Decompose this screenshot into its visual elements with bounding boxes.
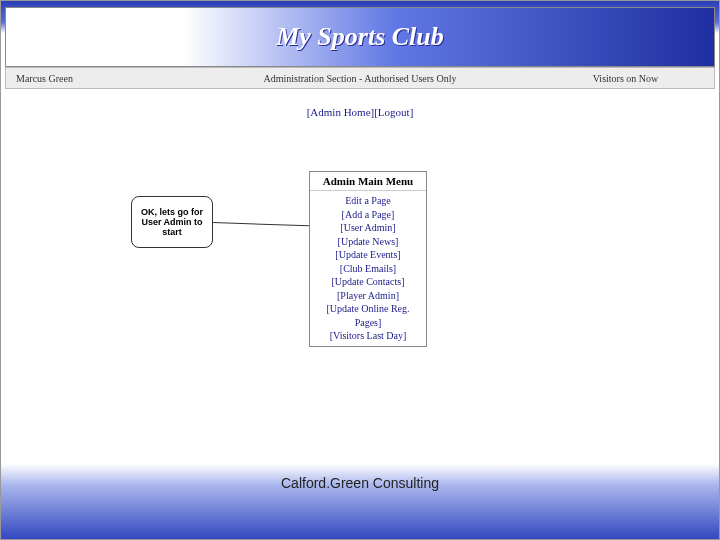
footer-company: Calford.Green Consulting: [1, 475, 719, 491]
sub-banner: Marcus Green Administration Section - Au…: [5, 67, 715, 89]
annotation-callout: OK, lets go for User Admin to start: [131, 196, 213, 248]
menu-item-update-news[interactable]: [Update News]: [312, 235, 424, 249]
callout-pointer: [213, 222, 309, 226]
menu-item-update-contacts[interactable]: [Update Contacts]: [312, 275, 424, 289]
current-user: Marcus Green: [6, 73, 183, 84]
menu-item-player-admin[interactable]: [Player Admin]: [312, 289, 424, 303]
menu-item-club-emails[interactable]: [Club Emails]: [312, 262, 424, 276]
menu-item-update-events[interactable]: [Update Events]: [312, 248, 424, 262]
site-title: My Sports Club: [276, 22, 444, 52]
site-banner: My Sports Club: [5, 7, 715, 67]
menu-item-edit-page[interactable]: Edit a Page: [312, 194, 424, 208]
menu-item-update-online-reg[interactable]: [Update Online Reg. Pages]: [312, 302, 424, 329]
menu-item-add-page[interactable]: [Add a Page]: [312, 208, 424, 222]
callout-text: OK, lets go for User Admin to start: [136, 207, 208, 237]
menu-item-user-admin[interactable]: [User Admin]: [312, 221, 424, 235]
section-label: Administration Section - Authorised User…: [183, 73, 537, 84]
menu-title: Admin Main Menu: [310, 172, 426, 191]
logout-link[interactable]: [Logout]: [374, 106, 413, 118]
menu-items: Edit a Page [Add a Page] [User Admin] [U…: [310, 191, 426, 346]
admin-main-menu: Admin Main Menu Edit a Page [Add a Page]…: [309, 171, 427, 347]
visitors-label: Visitors on Now: [537, 73, 714, 84]
menu-item-visitors-last-day[interactable]: [Visitors Last Day]: [312, 329, 424, 343]
slide: My Sports Club Marcus Green Administrati…: [0, 0, 720, 540]
admin-home-link[interactable]: [Admin Home]: [307, 106, 375, 118]
top-nav: [Admin Home][Logout]: [1, 106, 719, 118]
